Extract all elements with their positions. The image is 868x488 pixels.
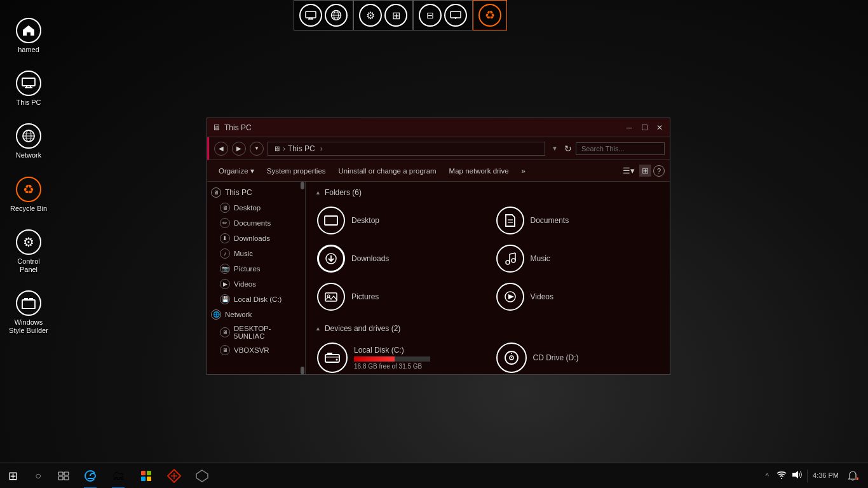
- tray-network-icon[interactable]: [776, 470, 787, 481]
- content-area: 🖥 This PC 🖥 Desktop ✏ Documents ⬇ Downlo…: [207, 182, 670, 374]
- sidebar-item-desktop5[interactable]: 🖥 DESKTOP-5UNLIAC: [207, 322, 305, 342]
- explorer-window: 🖥 This PC ─ ☐ ✕ ◀ ▶ ▼ 🖥 › This PC › ▼ ↻ …: [207, 118, 670, 375]
- tray-overflow-button[interactable]: ^: [763, 471, 771, 481]
- svg-rect-0: [306, 11, 316, 18]
- organize-button[interactable]: Organize ▾: [212, 163, 261, 179]
- search-input[interactable]: [576, 142, 665, 155]
- desktop-icon-network[interactable]: Network: [3, 118, 54, 165]
- desktop-icon-wsb[interactable]: Windows Style Builder: [3, 285, 54, 340]
- sidebar-nav: 🖥 This PC 🖥 Desktop ✏ Documents ⬇ Downlo…: [207, 182, 306, 374]
- notification-center-button[interactable]: 2: [844, 467, 862, 485]
- window-title-left: 🖥 This PC: [212, 123, 252, 132]
- toolbar-group-1[interactable]: [294, 0, 353, 30]
- pictures-nav-icon: 📷: [220, 264, 230, 274]
- start-button[interactable]: ⊞: [0, 463, 25, 489]
- sidebar-item-localdisk[interactable]: 💾 Local Disk (C:): [207, 292, 305, 307]
- drive-item-d[interactable]: CD Drive (D:): [494, 341, 661, 374]
- more-ribbon-button[interactable]: »: [515, 163, 532, 179]
- sidebar-item-downloads[interactable]: ⬇ Downloads: [207, 231, 305, 246]
- sidebar-item-videos[interactable]: ▶ Videos: [207, 276, 305, 292]
- clock-display[interactable]: 4:36 PM: [813, 471, 839, 480]
- forward-button[interactable]: ▶: [232, 142, 246, 156]
- sidebar-item-desktop[interactable]: 🖥 Desktop: [207, 200, 305, 215]
- toolbar-group-3[interactable]: ⊟: [413, 0, 473, 30]
- toolbar-monitor2-icon: [444, 4, 467, 27]
- window-titlebar: 🖥 This PC ─ ☐ ✕: [207, 118, 670, 137]
- clock-time: 4:36 PM: [813, 471, 839, 480]
- window-controls: ─ ☐ ✕: [624, 123, 665, 132]
- minimize-button[interactable]: ─: [624, 123, 634, 132]
- view-details-button[interactable]: ☰▾: [620, 165, 637, 177]
- drives-section: Devices and drives (2): [315, 324, 660, 374]
- help-button[interactable]: ?: [653, 165, 665, 177]
- music-nav-icon: ♪: [220, 248, 230, 259]
- sidebar-scrollbar-down[interactable]: [301, 367, 304, 374]
- svg-rect-54: [147, 477, 151, 481]
- maximize-button[interactable]: ☐: [639, 123, 649, 132]
- documents-nav-icon: ✏: [220, 218, 230, 228]
- dropdown-button[interactable]: ▼: [250, 142, 264, 156]
- sidebar-item-thispc[interactable]: 🖥 This PC: [207, 185, 305, 200]
- window-title-icon: 🖥: [212, 123, 220, 132]
- taskbar-app-app1[interactable]: [160, 463, 188, 489]
- cddrive-name: CD Drive (D:): [533, 353, 579, 362]
- search-button[interactable]: ○: [25, 463, 51, 489]
- sidebar-item-pictures[interactable]: 📷 Pictures: [207, 261, 305, 276]
- sidebar-item-vboxsvr[interactable]: 🖥 VBOXSVR: [207, 342, 305, 358]
- sidebar-item-music[interactable]: ♪ Music: [207, 246, 305, 261]
- system-properties-button[interactable]: System properties: [261, 163, 332, 179]
- sidebar-item-documents[interactable]: ✏ Documents: [207, 215, 305, 231]
- localdisk-icon: [317, 342, 348, 373]
- svg-marker-38: [508, 294, 514, 299]
- localdisk-bar-fill: [354, 356, 395, 362]
- desktop-icon-hamed[interactable]: hamed: [3, 13, 54, 59]
- taskbar-app-explorer[interactable]: 🗂: [104, 463, 132, 489]
- taskbar-app-app2[interactable]: [188, 463, 216, 489]
- desktop-icon-wsb-label: Windows Style Builder: [8, 318, 49, 335]
- toolbar-group-4-active[interactable]: ♻: [473, 0, 507, 30]
- sidebar-scrollbar-up[interactable]: [301, 182, 304, 189]
- drive-item-c[interactable]: Local Disk (C:) 16.8 GB free of 31.5 GB: [315, 341, 482, 374]
- taskbar-app-store[interactable]: [132, 463, 160, 489]
- svg-rect-22: [24, 298, 28, 301]
- refresh-button[interactable]: ↻: [564, 144, 572, 154]
- toolbar-gear-icon: ⚙: [359, 4, 382, 27]
- uninstall-button[interactable]: Uninstall or change a program: [332, 163, 443, 179]
- desktop-icon-network-label: Network: [16, 151, 41, 159]
- svg-rect-53: [141, 477, 146, 481]
- toolbar-drive-icon: ⊟: [419, 4, 442, 27]
- svg-rect-9: [451, 11, 461, 18]
- localdisk-space: 16.8 GB free of 31.5 GB: [354, 363, 430, 370]
- close-button[interactable]: ✕: [654, 123, 665, 132]
- folders-header: Folders (6): [315, 188, 660, 197]
- address-dropdown-btn[interactable]: ▼: [549, 145, 560, 152]
- map-network-button[interactable]: Map network drive: [443, 163, 515, 179]
- desktop-icon-hamed-label: hamed: [18, 46, 39, 54]
- view-tiles-button[interactable]: ⊞: [639, 165, 651, 177]
- monitor-icon: [16, 71, 41, 96]
- svg-text:2: 2: [857, 477, 858, 480]
- sidebar-item-network[interactable]: 🌐 Network: [207, 307, 305, 322]
- taskbar-app-edge[interactable]: [76, 463, 104, 489]
- task-view-button[interactable]: [51, 463, 76, 489]
- desktop-icon-thispc[interactable]: This PC: [3, 65, 54, 112]
- tray-volume-icon[interactable]: [792, 470, 802, 481]
- desktop-icon-controlpanel[interactable]: ⚙ Control Panel: [3, 224, 54, 279]
- desktop-icon-recycle[interactable]: ♻ Recycle Bin: [3, 172, 54, 218]
- localdisk-name: Local Disk (C:): [354, 346, 430, 355]
- svg-point-45: [511, 357, 512, 358]
- toolbar-group-2[interactable]: ⚙ ⊞: [353, 0, 413, 30]
- folder-item-videos[interactable]: Videos: [494, 281, 661, 313]
- svg-rect-47: [58, 472, 63, 475]
- folder-item-pictures[interactable]: Pictures: [315, 281, 482, 313]
- gear-icon: ⚙: [16, 229, 41, 255]
- folder-item-documents[interactable]: Documents: [494, 205, 661, 236]
- folder-downloads-label: Downloads: [351, 254, 389, 263]
- address-path[interactable]: 🖥 › This PC ›: [268, 142, 545, 156]
- back-button[interactable]: ◀: [214, 142, 228, 156]
- folder-item-downloads[interactable]: Downloads: [315, 243, 482, 274]
- folder-item-music[interactable]: Music: [494, 243, 661, 274]
- address-icon: 🖥: [273, 145, 280, 152]
- videos-folder-icon: [496, 283, 524, 311]
- folder-item-desktop[interactable]: Desktop: [315, 205, 482, 236]
